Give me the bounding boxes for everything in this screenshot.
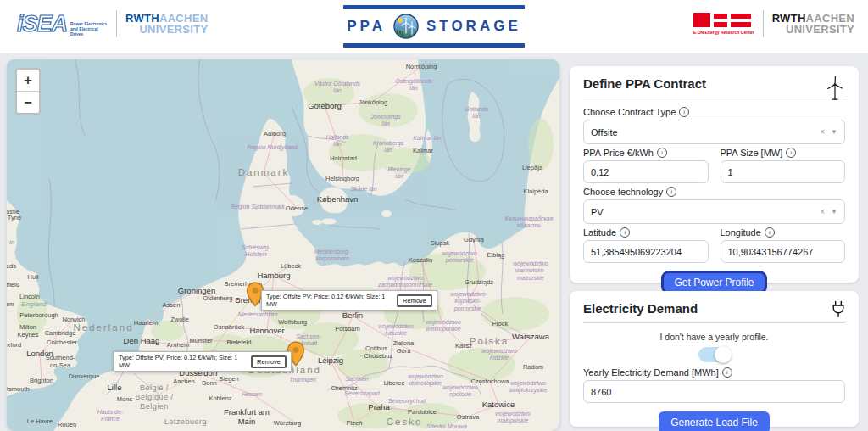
chevron-down-icon[interactable]: ▼ [831, 128, 837, 136]
info-icon[interactable]: i [679, 107, 689, 117]
contract-type-label: Choose Contract Type [583, 107, 676, 117]
clear-icon[interactable]: × [820, 207, 825, 216]
map[interactable]: NorrköpingÖstergötlands länVästra Götala… [7, 59, 559, 431]
info-icon[interactable]: i [765, 227, 775, 238]
info-icon[interactable]: i [722, 367, 732, 378]
isea-wordmark: iSEA [17, 11, 67, 37]
generate-load-file-button[interactable]: Generate Load File [659, 411, 770, 431]
rwth-logo-left: RWTHAACHEN UNIVERSITY [125, 13, 208, 35]
contract-type-value: Offsite [591, 127, 618, 137]
divider [763, 10, 764, 37]
ppa-card-title: Define PPA Contract [583, 76, 845, 91]
ppa-tooltip: Type: Offsite PV; Price: 0.12 €/kWh; Siz… [261, 290, 437, 311]
contract-type-select[interactable]: Offsite ×▼ [583, 120, 845, 144]
latitude-input[interactable] [583, 240, 709, 263]
yearly-profile-toggle[interactable] [698, 347, 731, 362]
remove-pin-button[interactable]: Remove [251, 355, 287, 368]
ppa-tooltip: Type: Offsite PV; Price: 0.12 €/kWh; Siz… [114, 351, 292, 372]
plug-icon [830, 299, 847, 323]
ppa-storage-logo: PPA STORAGE [343, 5, 525, 48]
zoom-in-button[interactable]: + [17, 70, 39, 91]
app-header: iSEA Power Electronics and Electrical Dr… [0, 0, 868, 53]
yearly-demand-label: Yearly Electricity Demand [MWh] [583, 367, 719, 378]
info-icon[interactable]: i [666, 187, 676, 197]
logo-text-left: PPA [347, 18, 386, 35]
divider [583, 98, 845, 98]
zoom-out-button[interactable]: − [17, 91, 39, 113]
ppa-size-input[interactable] [721, 160, 846, 183]
technology-value: PV [591, 207, 604, 217]
demand-card-title: Electricity Demand [583, 301, 845, 316]
rwth-word3: UNIVERSITY [786, 24, 854, 35]
technology-label: Choose technology [583, 187, 663, 197]
eon-square [693, 13, 710, 27]
ppa-size-label: PPA Size [MW] [721, 148, 783, 158]
map-tooltips: Type: Offsite PV; Price: 0.12 €/kWh; Siz… [7, 59, 559, 431]
logo-text-right: STORAGE [426, 18, 521, 35]
ppa-price-input[interactable] [583, 160, 709, 183]
longitude-label: Longitude [721, 227, 761, 238]
clear-icon[interactable]: × [820, 127, 825, 137]
longitude-input[interactable] [721, 240, 846, 263]
logo-bar-bottom [343, 43, 525, 48]
ppa-tooltip-text: Type: Offsite PV; Price: 0.12 €/kWh; Siz… [119, 354, 247, 369]
eon-caption: E.ON Energy Research Center [693, 30, 754, 35]
rwth-logo-right: RWTHAACHEN UNIVERSITY [772, 13, 854, 35]
electricity-demand-card: Electricity Demand I don't have a yearly… [570, 291, 859, 427]
isea-tagline: Power Electronics and Electrical Drives [70, 21, 108, 37]
info-icon[interactable]: i [786, 148, 796, 158]
map-zoom-control: + − [15, 68, 41, 115]
globe-turbine-icon [392, 13, 420, 40]
technology-select[interactable]: PV ×▼ [583, 199, 845, 224]
info-icon[interactable]: i [657, 148, 667, 158]
toggle-knob [715, 346, 732, 363]
ppa-tooltip-text: Type: Offsite PV; Price: 0.12 €/kWh; Siz… [266, 293, 392, 308]
remove-pin-button[interactable]: Remove [397, 294, 432, 307]
latitude-label: Latitude [583, 227, 616, 238]
define-ppa-contract-card: Define PPA Contract Choose Contract Type… [570, 66, 859, 283]
rwth-word3: UNIVERSITY [139, 24, 208, 35]
isea-logo: iSEA Power Electronics and Electrical Dr… [17, 11, 108, 37]
divider [583, 322, 845, 323]
ppa-price-label: PPA Price €/kWh [583, 148, 654, 158]
divider [116, 10, 117, 37]
info-icon[interactable]: i [620, 227, 630, 238]
chevron-down-icon[interactable]: ▼ [831, 208, 837, 216]
wind-turbine-icon [823, 75, 847, 105]
yearly-profile-note: I don't have a yearly profile. [583, 332, 845, 342]
yearly-demand-input[interactable] [583, 380, 845, 403]
eon-erc-logo: E.ON Energy Research Center [693, 13, 754, 35]
